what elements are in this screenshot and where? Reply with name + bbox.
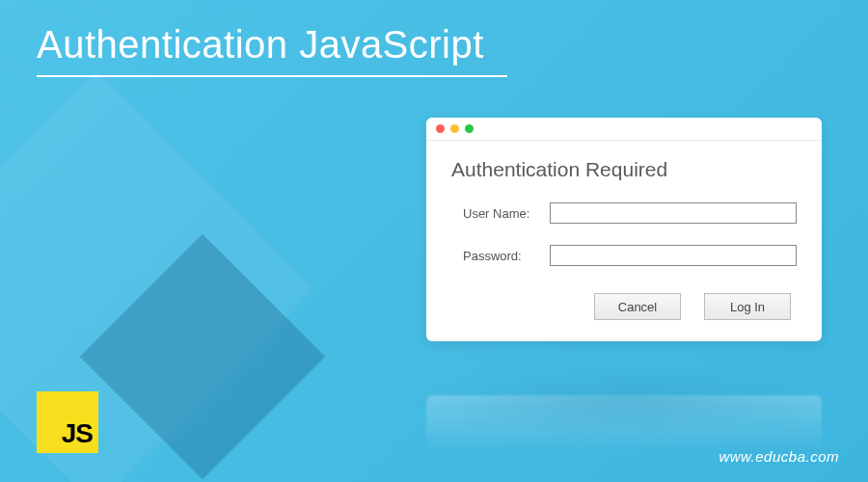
title-underline (37, 75, 507, 77)
username-label: User Name: (463, 206, 550, 221)
username-input[interactable] (550, 202, 797, 224)
dialog-heading: Authentication Required (451, 158, 797, 181)
footer-url: www.educba.com (719, 448, 839, 465)
username-row: User Name: (451, 202, 797, 224)
login-button[interactable]: Log In (704, 293, 791, 320)
cancel-button[interactable]: Cancel (594, 293, 681, 320)
javascript-logo-text: JS (62, 418, 93, 449)
maximize-icon[interactable] (465, 124, 474, 133)
dialog-body: Authentication Required User Name: Passw… (426, 141, 822, 341)
close-icon[interactable] (436, 124, 445, 133)
page-title: Authentication JavaScript (37, 23, 484, 67)
password-row: Password: (451, 245, 797, 266)
window-titlebar (426, 118, 822, 141)
javascript-logo: JS (37, 391, 98, 453)
password-input[interactable] (550, 245, 797, 266)
minimize-icon[interactable] (450, 124, 459, 133)
password-label: Password: (463, 249, 550, 263)
auth-dialog: Authentication Required User Name: Passw… (426, 118, 822, 341)
button-row: Cancel Log In (451, 293, 797, 320)
dialog-shadow (426, 367, 822, 438)
